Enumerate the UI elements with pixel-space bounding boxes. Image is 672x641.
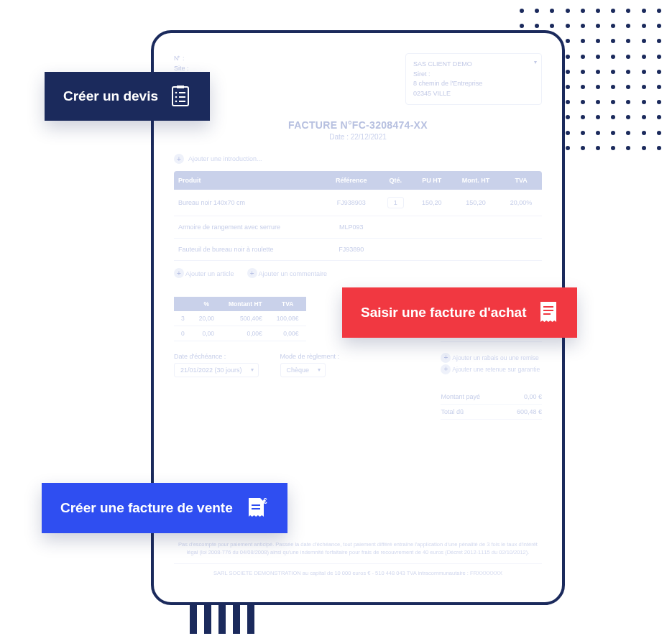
nt-label: Nᵗ : [174,53,189,63]
document-title: FACTURE N°FC-3208474-XX [174,119,542,131]
svg-point-2 [175,96,178,98]
line-items-table: Produit Référence Qté. PU HT Mont. HT TV… [174,171,542,261]
create-sales-invoice-button[interactable]: Créer une facture de vente € [42,483,287,533]
company-footer: SARL SOCIETE DEMONSTRATION au capital de… [174,563,542,576]
add-retention-button[interactable]: + Ajouter une retenue sur garantie [441,364,542,375]
client-address1: 8 chemin de l'Entreprise [413,79,534,89]
client-siret: Siret : [413,70,534,80]
plus-icon: + [174,154,184,164]
client-selector[interactable]: ▾ SAS CLIENT DEMO Siret : 8 chemin de l'… [405,53,542,105]
document-date: Date : 22/12/2021 [174,133,542,141]
table-row: 0 0,00 0,00€ 0,00€ [174,326,306,341]
col-tva: TVA [500,171,542,190]
table-row[interactable]: Fauteuil de bureau noir à roulette FJ938… [174,239,542,261]
svg-rect-8 [252,508,260,509]
svg-rect-7 [252,504,260,506]
vat-breakdown-table: % Montant HT TVA 3 20,00 500,40€ 100,08€… [174,297,306,341]
client-name: SAS CLIENT DEMO [413,60,534,70]
svg-point-1 [175,92,178,94]
payment-mode-label: Mode de règlement : [280,353,340,360]
table-row[interactable]: Bureau noir 140x70 cm FJ938903 1 150,20 … [174,190,542,216]
svg-point-3 [175,101,178,103]
due-date-label: Date d'échéance : [174,353,259,360]
enter-purchase-invoice-button[interactable]: Saisir une facture d'achat [342,287,577,338]
create-quote-button[interactable]: Créer un devis [45,72,210,121]
col-qty: Qté. [379,171,413,190]
plus-icon: + [174,268,184,278]
checklist-icon [170,85,191,108]
plus-icon: + [441,353,451,363]
client-address2: 02345 VILLE [413,89,534,99]
col-reference: Référence [324,171,378,190]
add-article-button[interactable]: + Ajouter un article [174,268,234,278]
invoice-euro-icon: € [244,496,269,520]
svg-text:€: € [263,497,267,505]
receipt-icon [538,300,558,325]
add-comment-button[interactable]: + Ajouter un commentaire [247,268,328,278]
qty-input[interactable]: 1 [387,197,404,208]
table-row: 3 20,00 500,40€ 100,08€ [174,311,306,326]
svg-rect-5 [543,310,553,311]
plus-icon: + [247,268,257,278]
paid-block: Montant payé0,00 € Total dû600,48 € [441,389,542,420]
table-row[interactable]: Armoire de rangement avec serrure MLP093 [174,216,542,239]
add-intro-button[interactable]: + Ajouter une introduction... [174,154,542,164]
plus-icon: + [441,364,451,374]
payment-mode-select[interactable]: Chèque [280,363,326,377]
col-mont-ht: Mont. HT [451,171,501,190]
col-pu-ht: PU HT [413,171,451,190]
chevron-down-icon: ▾ [534,58,537,67]
svg-rect-4 [543,306,553,308]
svg-rect-6 [543,313,551,315]
add-discount-button[interactable]: + Ajouter un rabais ou une remise [441,352,542,364]
decorative-bars [190,605,254,634]
due-date-select[interactable]: 21/01/2022 (30 jours) [174,363,259,377]
col-product: Produit [174,171,324,190]
